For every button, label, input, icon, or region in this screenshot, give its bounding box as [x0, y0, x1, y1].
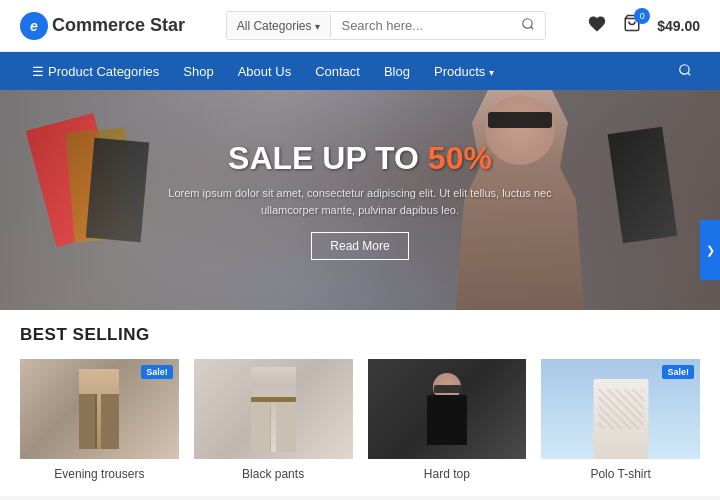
svg-line-4	[688, 72, 691, 75]
hero-subtitle: Lorem ipsum dolor sit amet, consectetur …	[160, 185, 560, 218]
product-card-2[interactable]: Black pants	[194, 359, 353, 481]
svg-point-0	[523, 19, 532, 28]
product-name-4: Polo T-shirt	[541, 467, 700, 481]
logo-text: Commerce Star	[52, 15, 185, 36]
nav-search-button[interactable]	[670, 63, 700, 80]
wishlist-button[interactable]	[587, 14, 607, 37]
hero-title: SALE UP TO 50%	[160, 140, 560, 177]
hero-read-more-button[interactable]: Read More	[311, 232, 408, 260]
product-image-1: Sale!	[20, 359, 179, 459]
nav-blog[interactable]: Blog	[372, 52, 422, 90]
products-grid: Sale! Evening trousers Black pants	[20, 359, 700, 481]
cart-price: $49.00	[657, 18, 700, 34]
cart-badge: 0	[634, 8, 650, 24]
product-name-1: Evening trousers	[20, 467, 179, 481]
product-card-3[interactable]: Hard top	[368, 359, 527, 481]
cart-button[interactable]: 0	[622, 14, 642, 37]
product-name-3: Hard top	[368, 467, 527, 481]
chevron-down-icon	[315, 19, 320, 33]
product-card-4[interactable]: Sale! Polo T-shirt	[541, 359, 700, 481]
chevron-down-icon	[489, 64, 494, 79]
search-input[interactable]	[331, 13, 511, 38]
logo[interactable]: e Commerce Star	[20, 12, 185, 40]
search-bar: All Categories	[226, 11, 547, 40]
site-header: e Commerce Star All Categories 0 $49.00	[0, 0, 720, 52]
nav-contact[interactable]: Contact	[303, 52, 372, 90]
category-label: All Categories	[237, 19, 312, 33]
hero-banner: SALE UP TO 50% Lorem ipsum dolor sit ame…	[0, 90, 720, 310]
nav-about[interactable]: About Us	[226, 52, 303, 90]
nav-product-categories[interactable]: ☰ Product Categories	[20, 52, 171, 90]
product-image-2	[194, 359, 353, 459]
sale-badge-4: Sale!	[662, 365, 694, 379]
product-image-3	[368, 359, 527, 459]
next-icon: ❯	[706, 244, 715, 257]
hero-content: SALE UP TO 50% Lorem ipsum dolor sit ame…	[120, 140, 600, 260]
sale-badge-1: Sale!	[141, 365, 173, 379]
nav-products[interactable]: Products	[422, 52, 506, 90]
section-title: BEST SELLING	[20, 325, 700, 345]
menu-icon: ☰	[32, 64, 44, 79]
svg-line-1	[531, 27, 534, 30]
product-card-1[interactable]: Sale! Evening trousers	[20, 359, 179, 481]
svg-point-3	[680, 64, 689, 73]
product-name-2: Black pants	[194, 467, 353, 481]
logo-icon: e	[20, 12, 48, 40]
product-image-4: Sale!	[541, 359, 700, 459]
nav-shop[interactable]: Shop	[171, 52, 225, 90]
category-dropdown[interactable]: All Categories	[227, 14, 332, 38]
next-page-button[interactable]: ❯	[700, 220, 720, 280]
header-actions: 0 $49.00	[587, 14, 700, 37]
best-selling-section: BEST SELLING Sale! Evening trousers	[0, 310, 720, 496]
main-navbar: ☰ Product Categories Shop About Us Conta…	[0, 52, 720, 90]
search-button[interactable]	[511, 12, 545, 39]
